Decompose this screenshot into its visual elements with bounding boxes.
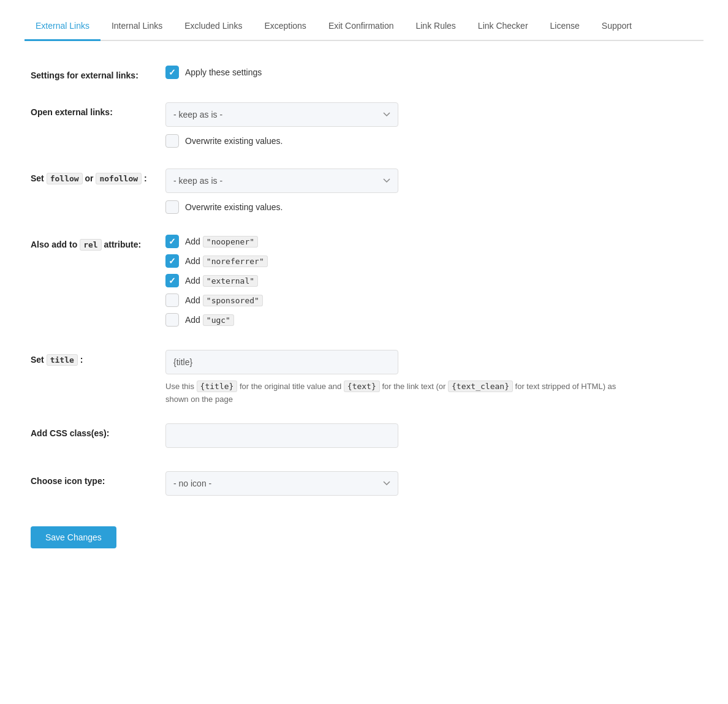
sponsored-checkbox[interactable] (165, 293, 179, 307)
set-title-control: Use this {title} for the original title … (165, 350, 697, 406)
set-rel-row: Set follow or nofollow : - keep as is - … (25, 168, 703, 218)
icon-type-label: Choose icon type: (31, 471, 165, 488)
nofollow-code: nofollow (96, 173, 142, 184)
follow-code: follow (47, 173, 83, 184)
tab-exit-confirmation[interactable]: Exit Confirmation (317, 12, 405, 41)
css-class-control (165, 423, 697, 454)
overwrite-existing-2-checkbox[interactable] (165, 200, 179, 214)
set-rel-label: Set follow or nofollow : (31, 168, 165, 185)
rel-code: rel (80, 239, 101, 251)
rel-attribute-control: Add "noopener" Add "noreferrer" Add "ext… (165, 235, 697, 333)
icon-type-row: Choose icon type: - no icon - External i… (25, 471, 703, 503)
apply-settings-checkbox-row: Apply these settings (165, 66, 697, 79)
rel-attribute-row: Also add to rel attribute: Add "noopener… (25, 235, 703, 333)
apply-settings-checkbox[interactable] (165, 66, 179, 79)
save-changes-section: Save Changes (25, 520, 703, 548)
tab-excluded-links[interactable]: Excluded Links (173, 12, 253, 41)
overwrite-existing-1-label: Overwrite existing values. (185, 136, 283, 146)
ugc-checkbox[interactable] (165, 313, 179, 327)
ugc-row: Add "ugc" (165, 313, 697, 327)
open-external-links-label: Open external links: (31, 102, 165, 119)
noopener-checkbox[interactable] (165, 235, 179, 248)
sponsored-label: Add "sponsored" (185, 295, 263, 305)
tab-internal-links[interactable]: Internal Links (100, 12, 173, 41)
set-title-label: Set title : (31, 350, 165, 366)
open-external-links-row: Open external links: - keep as is - In t… (25, 102, 703, 151)
set-rel-control: - keep as is - follow nofollow Overwrite… (165, 168, 697, 218)
set-title-input[interactable] (165, 350, 398, 374)
tab-link-checker[interactable]: Link Checker (467, 12, 539, 41)
external-checkbox[interactable] (165, 274, 179, 287)
apply-settings-checkbox-label: Apply these settings (185, 67, 262, 77)
rel-attribute-label: Also add to rel attribute: (31, 235, 165, 251)
overwrite-existing-1-row: Overwrite existing values. (165, 134, 697, 148)
sponsored-row: Add "sponsored" (165, 293, 697, 307)
set-title-help: Use this {title} for the original title … (165, 380, 631, 406)
open-external-links-control: - keep as is - In the same tab/window In… (165, 102, 697, 151)
overwrite-existing-2-row: Overwrite existing values. (165, 200, 697, 214)
apply-settings-row: Settings for external links: Apply these… (25, 66, 703, 85)
overwrite-existing-1-checkbox[interactable] (165, 134, 179, 148)
set-title-row: Set title : Use this {title} for the ori… (25, 350, 703, 406)
icon-type-control: - no icon - External icon Custom icon (165, 471, 697, 503)
icon-type-select[interactable]: - no icon - External icon Custom icon (165, 471, 398, 496)
title-code: title (47, 354, 78, 366)
overwrite-existing-2-label: Overwrite existing values. (185, 202, 283, 212)
external-row: Add "external" (165, 274, 697, 287)
tabs-navigation: External Links Internal Links Excluded L… (25, 12, 703, 41)
tab-external-links[interactable]: External Links (25, 12, 100, 41)
noreferrer-row: Add "noreferrer" (165, 254, 697, 268)
settings-section: Settings for external links: Apply these… (25, 59, 703, 554)
noopener-row: Add "noopener" (165, 235, 697, 248)
apply-settings-control: Apply these settings (165, 66, 697, 85)
noreferrer-label: Add "noreferrer" (185, 256, 268, 266)
set-rel-select[interactable]: - keep as is - follow nofollow (165, 168, 398, 193)
noreferrer-checkbox[interactable] (165, 254, 179, 268)
tab-license[interactable]: License (539, 12, 591, 41)
noopener-label: Add "noopener" (185, 237, 258, 246)
tab-exceptions[interactable]: Exceptions (253, 12, 317, 41)
ugc-label: Add "ugc" (185, 315, 234, 325)
external-label: Add "external" (185, 276, 258, 286)
tab-support[interactable]: Support (591, 12, 643, 41)
css-class-row: Add CSS class(es): (25, 423, 703, 454)
css-class-label: Add CSS class(es): (31, 423, 165, 440)
css-class-input[interactable] (165, 423, 398, 448)
open-external-links-select[interactable]: - keep as is - In the same tab/window In… (165, 102, 398, 127)
save-changes-button[interactable]: Save Changes (31, 526, 116, 548)
apply-settings-label: Settings for external links: (31, 66, 165, 82)
tab-link-rules[interactable]: Link Rules (404, 12, 466, 41)
